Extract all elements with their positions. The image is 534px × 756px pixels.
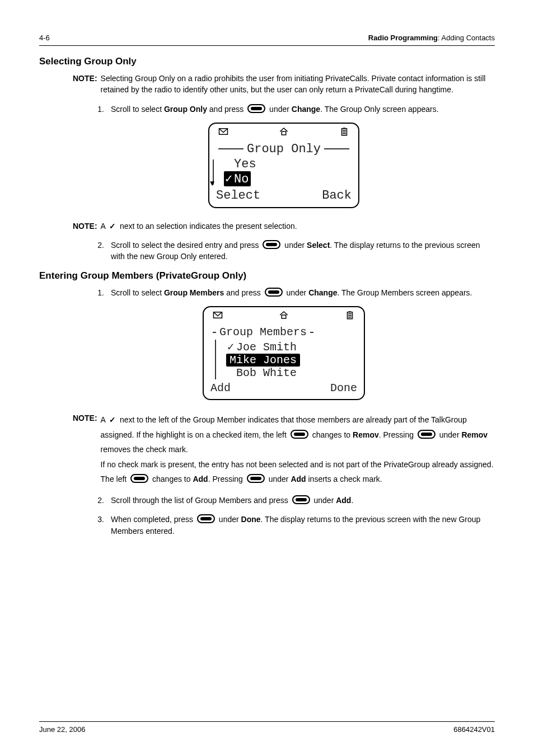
svg-rect-10: [349, 311, 352, 312]
note-body: A ✓ next to the left of the Group Member…: [101, 412, 495, 487]
lcd-title: Group Only: [247, 142, 321, 156]
svg-rect-13: [348, 317, 352, 318]
step-number: 1.: [90, 104, 104, 115]
lcd-softkey-left: Select: [216, 189, 260, 203]
note-body: Selecting Group Only on a radio prohibit…: [101, 73, 495, 96]
note-body: A ✓ next to an selection indicates the p…: [101, 220, 495, 232]
svg-rect-8: [282, 315, 286, 318]
note-label: NOTE:: [73, 220, 97, 232]
note-label: NOTE:: [73, 73, 97, 96]
step-number: 2.: [90, 495, 104, 506]
softkey-icon: [247, 474, 265, 483]
svg-rect-11: [348, 313, 352, 314]
lcd-softkey-right: Done: [330, 382, 357, 395]
battery-icon: [345, 311, 355, 322]
footer-doc-number: 6864242V01: [453, 725, 495, 734]
step-body: Scroll to select Group Only and press un…: [111, 104, 495, 115]
header-rule: [39, 45, 495, 46]
softkey-icon: [291, 430, 308, 439]
lcd-option-no-selected: No: [224, 171, 251, 186]
softkey-icon: [418, 430, 435, 439]
lcd-title: Group Members: [219, 326, 307, 339]
lcd-option-yes: Yes: [224, 157, 353, 171]
battery-icon: [339, 127, 349, 139]
msg-icon: [213, 311, 223, 322]
step-body: Scroll to select Group Members and press…: [111, 287, 495, 298]
heading-entering-group-members: Entering Group Members (PrivateGroup Onl…: [39, 270, 495, 281]
lcd-group-members: Group Members Joe Smith Mike Jones Bob W…: [203, 306, 365, 400]
check-icon: ✓: [109, 412, 116, 428]
softkey-icon: [197, 514, 215, 523]
lcd-group-only: ▼ Group Only Yes No Select Back: [208, 123, 359, 208]
step-body: Scroll to select the desired entry and p…: [111, 240, 495, 262]
svg-rect-12: [348, 315, 352, 316]
lcd-member-mike-selected: Mike Jones: [226, 354, 300, 367]
lcd-member-bob: Bob White: [226, 367, 358, 379]
footer-date: June 22, 2006: [39, 725, 85, 734]
softkey-icon: [130, 474, 148, 483]
softkey-icon: [247, 104, 265, 113]
softkey-icon: [263, 240, 280, 249]
step-number: 1.: [90, 287, 104, 298]
svg-rect-6: [343, 133, 346, 134]
check-icon: ✓: [109, 220, 116, 232]
svg-rect-4: [343, 130, 346, 131]
lcd-member-joe: Joe Smith: [226, 340, 358, 354]
lcd-softkey-left: Add: [210, 382, 231, 395]
svg-rect-3: [343, 128, 346, 129]
lcd-softkey-right: Back: [322, 189, 352, 203]
step-number: 2.: [90, 240, 104, 262]
footer-rule: [39, 721, 495, 722]
page-number: 4-6: [39, 34, 50, 42]
softkey-icon: [265, 288, 283, 297]
header-section: Radio Programming: Adding Contacts: [368, 34, 495, 42]
svg-rect-1: [282, 132, 286, 135]
step-body: Scroll through the list of Group Members…: [111, 495, 495, 506]
home-icon: [279, 311, 289, 322]
msg-icon: [218, 127, 228, 139]
svg-rect-5: [343, 132, 346, 133]
step-body: When completed, press under Done. The di…: [111, 514, 495, 537]
home-icon: [279, 127, 289, 139]
softkey-icon: [292, 495, 310, 504]
heading-selecting-group-only: Selecting Group Only: [39, 56, 495, 67]
step-number: 3.: [90, 514, 104, 537]
note-label: NOTE:: [73, 412, 97, 487]
